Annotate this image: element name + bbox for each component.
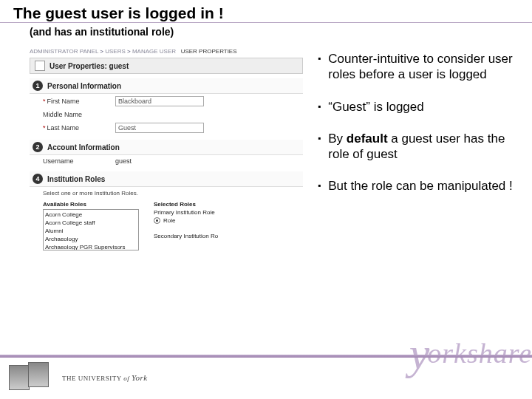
breadcrumb-current: USER PROPERTIES <box>181 48 237 55</box>
section-label-2: Account Information <box>47 143 120 151</box>
last-name-row: *Last Name Guest <box>30 120 303 135</box>
middle-name-label: Middle Name <box>43 111 109 118</box>
available-roles-listbox[interactable]: Acorn College Acorn College staff Alumni… <box>43 209 139 250</box>
document-icon <box>35 61 45 71</box>
bullet-item: ▪ Counter-intuitive to consider user rol… <box>318 51 525 83</box>
bullet-item: ▪ But the role can be manipulated ! <box>318 178 525 194</box>
bullet-text: Counter-intuitive to consider user roles… <box>328 51 525 83</box>
section-roles: 4 Institution Roles <box>30 171 303 187</box>
bullet-marker-icon: ▪ <box>318 101 321 115</box>
slide-subtitle: (and has an institutional role) <box>0 23 532 42</box>
server-logo <box>6 361 58 395</box>
first-name-input[interactable]: Blackboard <box>115 96 204 106</box>
university-label: THE UNIVERSITY of York <box>62 373 148 382</box>
roles-instruction: Select one or more Institution Roles. <box>30 187 303 200</box>
first-name-row: *First Name Blackboard <box>30 94 303 109</box>
role-option[interactable]: Acorn College <box>45 211 137 219</box>
bullet-item: ▪ “Guest” is logged <box>318 99 525 115</box>
role-option[interactable]: Acorn College staff <box>45 219 137 227</box>
breadcrumb: ADMINISTRATOR PANEL > USERS > MANAGE USE… <box>30 48 303 58</box>
bullet-marker-icon: ▪ <box>318 180 321 194</box>
available-roles-label: Available Roles <box>43 201 139 208</box>
role-option[interactable]: Archaeology PGR Supervisors <box>45 243 137 250</box>
middle-name-row: Middle Name <box>30 109 303 120</box>
section-number-1: 1 <box>33 81 43 91</box>
first-name-label: First Name <box>47 98 80 105</box>
bullet-item: ▪ By default a guest user has the role o… <box>318 131 525 163</box>
properties-screenshot: ADMINISTRATOR PANEL > USERS > MANAGE USE… <box>30 48 303 252</box>
panel-title: User Properties: guest <box>50 62 129 70</box>
last-name-input[interactable]: Guest <box>115 123 204 133</box>
role-option[interactable]: Alumni <box>45 227 137 235</box>
section-label-1: Personal Information <box>47 82 121 90</box>
bullet-text: But the role can be manipulated ! <box>328 178 513 194</box>
available-roles-col: Available Roles Acorn College Acorn Coll… <box>43 201 139 250</box>
panel-header: User Properties: guest <box>30 58 303 74</box>
bullet-text: “Guest” is logged <box>328 99 423 115</box>
username-row: Username guest <box>30 155 303 167</box>
primary-role-value: Role <box>163 217 175 224</box>
bullet-list: ▪ Counter-intuitive to consider user rol… <box>318 48 525 252</box>
radio-selected-icon[interactable] <box>154 217 160 224</box>
selected-roles-col: Selected Roles Primary Institution Role … <box>154 201 218 250</box>
section-number-2: 2 <box>33 142 43 152</box>
footer: THE UNIVERSITY of York <box>0 355 532 399</box>
server-icon <box>28 362 49 387</box>
secondary-role-label: Secondary Institution Ro <box>154 233 218 239</box>
primary-role-label: Primary Institution Role <box>154 209 218 216</box>
breadcrumb-users: USERS <box>105 48 126 55</box>
slide-title: The guest user is logged in ! <box>0 0 532 23</box>
bullet-marker-icon: ▪ <box>318 53 321 83</box>
section-label-4: Institution Roles <box>47 175 105 183</box>
section-account: 2 Account Information <box>30 140 303 155</box>
role-option[interactable]: Archaeology <box>45 235 137 243</box>
bullet-marker-icon: ▪ <box>318 133 321 163</box>
bullet-text: By default a guest user has the role of … <box>328 131 525 163</box>
last-name-label: Last Name <box>47 124 80 132</box>
username-label: Username <box>43 157 109 165</box>
username-value: guest <box>115 157 132 165</box>
server-icon <box>9 365 30 390</box>
roles-columns: Available Roles Acorn College Acorn Coll… <box>30 200 303 252</box>
content-area: ADMINISTRATOR PANEL > USERS > MANAGE USE… <box>0 42 532 252</box>
selected-roles-label: Selected Roles <box>154 201 218 208</box>
primary-role-row: Role <box>154 217 218 224</box>
section-number-4: 4 <box>33 174 43 184</box>
breadcrumb-manage: MANAGE USER <box>132 48 176 55</box>
breadcrumb-admin: ADMINISTRATOR PANEL <box>30 48 98 55</box>
section-personal: 1 Personal Information <box>30 78 303 94</box>
